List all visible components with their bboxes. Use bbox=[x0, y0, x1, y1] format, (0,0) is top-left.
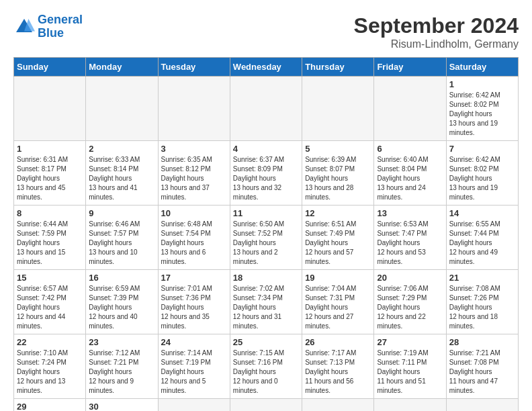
calendar-cell: 6 Sunrise: 6:40 AM Sunset: 8:04 PM Dayli… bbox=[374, 141, 446, 205]
calendar-cell: 16 Sunrise: 6:59 AM Sunset: 7:39 PM Dayl… bbox=[86, 270, 158, 334]
day-number: 18 bbox=[233, 273, 299, 283]
calendar-cell: 2 Sunrise: 6:33 AM Sunset: 8:14 PM Dayli… bbox=[86, 141, 158, 205]
cell-info: Sunrise: 6:55 AM Sunset: 7:44 PM Dayligh… bbox=[449, 220, 515, 267]
calendar-cell: 13 Sunrise: 6:53 AM Sunset: 7:47 PM Dayl… bbox=[374, 205, 446, 270]
calendar-cell: 19 Sunrise: 7:04 AM Sunset: 7:31 PM Dayl… bbox=[302, 270, 374, 334]
cell-info: Sunrise: 6:31 AM Sunset: 8:17 PM Dayligh… bbox=[17, 155, 83, 202]
calendar-cell: 5 Sunrise: 6:39 AM Sunset: 8:07 PM Dayli… bbox=[302, 141, 374, 205]
day-number: 9 bbox=[89, 208, 154, 218]
day-number: 21 bbox=[449, 273, 515, 283]
cell-info: Sunrise: 6:35 AM Sunset: 8:12 PM Dayligh… bbox=[161, 155, 227, 202]
cell-info: Sunrise: 6:51 AM Sunset: 7:49 PM Dayligh… bbox=[305, 220, 371, 267]
cell-info: Sunrise: 6:46 AM Sunset: 7:57 PM Dayligh… bbox=[89, 220, 154, 267]
day-number: 27 bbox=[377, 337, 443, 347]
day-number: 22 bbox=[17, 337, 83, 347]
day-number: 10 bbox=[161, 208, 227, 218]
cell-info: Sunrise: 7:02 AM Sunset: 7:34 PM Dayligh… bbox=[233, 284, 299, 331]
day-number: 7 bbox=[449, 144, 515, 154]
cell-info: Sunrise: 6:42 AM Sunset: 8:02 PM Dayligh… bbox=[449, 91, 515, 138]
day-number: 28 bbox=[449, 337, 515, 347]
calendar-cell bbox=[14, 77, 86, 141]
day-number: 23 bbox=[89, 337, 154, 347]
cell-info: Sunrise: 6:53 AM Sunset: 7:47 PM Dayligh… bbox=[377, 220, 443, 267]
calendar-cell: 8 Sunrise: 6:44 AM Sunset: 7:59 PM Dayli… bbox=[14, 205, 86, 270]
logo-general: General bbox=[38, 13, 83, 26]
day-number: 6 bbox=[377, 144, 443, 154]
cell-info: Sunrise: 6:57 AM Sunset: 7:42 PM Dayligh… bbox=[17, 284, 83, 331]
weekday-header-tuesday: Tuesday bbox=[158, 58, 230, 77]
calendar-cell: 17 Sunrise: 7:01 AM Sunset: 7:36 PM Dayl… bbox=[158, 270, 230, 334]
calendar-cell: 26 Sunrise: 7:17 AM Sunset: 7:13 PM Dayl… bbox=[302, 334, 374, 399]
day-number: 29 bbox=[17, 402, 83, 411]
weekday-header-wednesday: Wednesday bbox=[230, 58, 302, 77]
day-number: 11 bbox=[233, 208, 299, 218]
calendar-week-5: 22 Sunrise: 7:10 AM Sunset: 7:24 PM Dayl… bbox=[14, 334, 519, 399]
calendar-cell: 14 Sunrise: 6:55 AM Sunset: 7:44 PM Dayl… bbox=[446, 205, 518, 270]
weekday-header-thursday: Thursday bbox=[302, 58, 374, 77]
cell-info: Sunrise: 6:42 AM Sunset: 8:02 PM Dayligh… bbox=[449, 155, 515, 202]
calendar-cell bbox=[374, 77, 446, 141]
cell-info: Sunrise: 7:01 AM Sunset: 7:36 PM Dayligh… bbox=[161, 284, 227, 331]
calendar-cell: 4 Sunrise: 6:37 AM Sunset: 8:09 PM Dayli… bbox=[230, 141, 302, 205]
day-number: 2 bbox=[89, 144, 154, 154]
day-number: 13 bbox=[377, 208, 443, 218]
calendar-cell: 21 Sunrise: 7:08 AM Sunset: 7:26 PM Dayl… bbox=[446, 270, 518, 334]
day-number: 5 bbox=[305, 144, 371, 154]
cell-info: Sunrise: 7:14 AM Sunset: 7:19 PM Dayligh… bbox=[161, 349, 227, 396]
title-block: September 2024 Risum-Lindholm, Germany bbox=[354, 13, 519, 50]
day-number: 3 bbox=[161, 144, 227, 154]
cell-info: Sunrise: 7:06 AM Sunset: 7:29 PM Dayligh… bbox=[377, 284, 443, 331]
calendar-cell: 18 Sunrise: 7:02 AM Sunset: 7:34 PM Dayl… bbox=[230, 270, 302, 334]
calendar-cell: 1 Sunrise: 6:31 AM Sunset: 8:17 PM Dayli… bbox=[14, 141, 86, 205]
cell-info: Sunrise: 6:44 AM Sunset: 7:59 PM Dayligh… bbox=[17, 220, 83, 267]
day-number: 17 bbox=[161, 273, 227, 283]
day-number: 12 bbox=[305, 208, 371, 218]
calendar-cell: 7 Sunrise: 6:42 AM Sunset: 8:02 PM Dayli… bbox=[446, 141, 518, 205]
cell-info: Sunrise: 6:59 AM Sunset: 7:39 PM Dayligh… bbox=[89, 284, 154, 331]
cell-info: Sunrise: 6:37 AM Sunset: 8:09 PM Dayligh… bbox=[233, 155, 299, 202]
calendar-cell bbox=[374, 399, 446, 412]
day-number: 1 bbox=[17, 144, 83, 154]
day-number: 30 bbox=[89, 402, 154, 411]
day-number: 15 bbox=[17, 273, 83, 283]
calendar-cell: 30 Sunrise: 7:25 AM Sunset: 7:03 PM Dayl… bbox=[86, 399, 158, 412]
day-number: 1 bbox=[449, 79, 515, 89]
calendar-cell bbox=[302, 77, 374, 141]
calendar-cell: 22 Sunrise: 7:10 AM Sunset: 7:24 PM Dayl… bbox=[14, 334, 86, 399]
calendar-cell bbox=[158, 399, 230, 412]
calendar-cell: 25 Sunrise: 7:15 AM Sunset: 7:16 PM Dayl… bbox=[230, 334, 302, 399]
calendar-cell: 27 Sunrise: 7:19 AM Sunset: 7:11 PM Dayl… bbox=[374, 334, 446, 399]
cell-info: Sunrise: 7:12 AM Sunset: 7:21 PM Dayligh… bbox=[89, 349, 154, 396]
calendar-cell: 1 Sunrise: 6:42 AM Sunset: 8:02 PM Dayli… bbox=[446, 77, 518, 141]
day-number: 26 bbox=[305, 337, 371, 347]
page-header: General Blue September 2024 Risum-Lindho… bbox=[13, 13, 519, 50]
cell-info: Sunrise: 6:39 AM Sunset: 8:07 PM Dayligh… bbox=[305, 155, 371, 202]
calendar-cell bbox=[302, 399, 374, 412]
cell-info: Sunrise: 6:33 AM Sunset: 8:14 PM Dayligh… bbox=[89, 155, 154, 202]
day-number: 25 bbox=[233, 337, 299, 347]
day-number: 19 bbox=[305, 273, 371, 283]
logo-icon bbox=[13, 16, 35, 38]
day-number: 16 bbox=[89, 273, 154, 283]
cell-info: Sunrise: 7:21 AM Sunset: 7:08 PM Dayligh… bbox=[449, 349, 515, 396]
calendar-cell: 9 Sunrise: 6:46 AM Sunset: 7:57 PM Dayli… bbox=[86, 205, 158, 270]
day-number: 24 bbox=[161, 337, 227, 347]
calendar-cell: 29 Sunrise: 7:23 AM Sunset: 7:06 PM Dayl… bbox=[14, 399, 86, 412]
cell-info: Sunrise: 6:48 AM Sunset: 7:54 PM Dayligh… bbox=[161, 220, 227, 267]
calendar-week-2: 1 Sunrise: 6:31 AM Sunset: 8:17 PM Dayli… bbox=[14, 141, 519, 205]
calendar-cell: 3 Sunrise: 6:35 AM Sunset: 8:12 PM Dayli… bbox=[158, 141, 230, 205]
day-number: 20 bbox=[377, 273, 443, 283]
day-number: 4 bbox=[233, 144, 299, 154]
cell-info: Sunrise: 7:15 AM Sunset: 7:16 PM Dayligh… bbox=[233, 349, 299, 396]
calendar-week-1: 1 Sunrise: 6:42 AM Sunset: 8:02 PM Dayli… bbox=[14, 77, 519, 141]
calendar-cell bbox=[230, 399, 302, 412]
location-subtitle: Risum-Lindholm, Germany bbox=[354, 38, 519, 50]
weekday-header-monday: Monday bbox=[86, 58, 158, 77]
month-year-title: September 2024 bbox=[354, 13, 519, 38]
cell-info: Sunrise: 7:17 AM Sunset: 7:13 PM Dayligh… bbox=[305, 349, 371, 396]
cell-info: Sunrise: 6:40 AM Sunset: 8:04 PM Dayligh… bbox=[377, 155, 443, 202]
logo: General Blue bbox=[13, 13, 83, 40]
calendar-week-4: 15 Sunrise: 6:57 AM Sunset: 7:42 PM Dayl… bbox=[14, 270, 519, 334]
calendar-cell: 15 Sunrise: 6:57 AM Sunset: 7:42 PM Dayl… bbox=[14, 270, 86, 334]
calendar-table: SundayMondayTuesdayWednesdayThursdayFrid… bbox=[13, 57, 519, 411]
